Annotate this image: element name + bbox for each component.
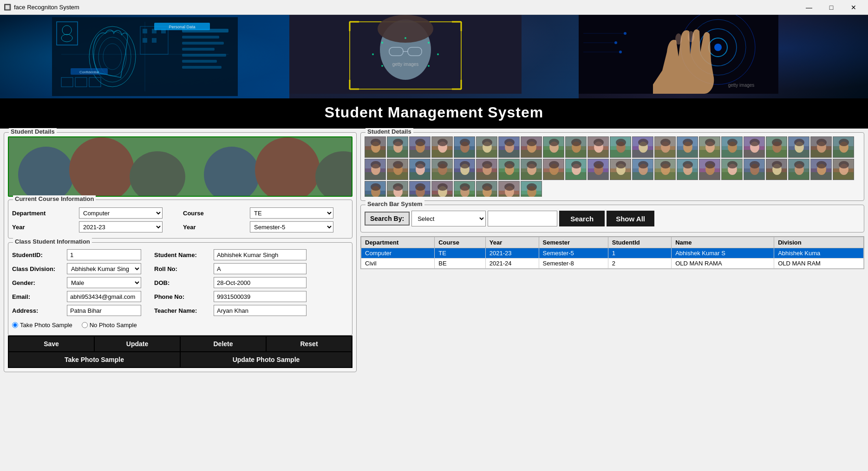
svg-rect-25 bbox=[143, 29, 147, 33]
student-table-container[interactable]: Department Course Year Semester StudentI… bbox=[360, 236, 864, 269]
show-all-button[interactable]: Show All bbox=[607, 211, 654, 226]
svg-point-68 bbox=[95, 151, 107, 165]
svg-point-40 bbox=[428, 42, 430, 44]
maximize-button[interactable]: □ bbox=[821, 1, 842, 14]
photo-thumb bbox=[788, 136, 809, 158]
student-details-section: Student Details bbox=[4, 132, 357, 372]
roll-no-input[interactable] bbox=[214, 263, 307, 274]
search-button[interactable]: Search bbox=[559, 211, 605, 226]
banner-image-right: getty images bbox=[579, 15, 868, 98]
photo-thumb bbox=[610, 136, 631, 158]
take-photo-button[interactable]: Take Photo Sample bbox=[9, 352, 180, 367]
photo-thumb bbox=[476, 181, 497, 197]
photo-thumb bbox=[454, 181, 475, 197]
svg-point-75 bbox=[288, 159, 305, 179]
student-id-input[interactable] bbox=[67, 249, 141, 260]
search-by-select[interactable]: Select Department Course Year Semester S… bbox=[411, 211, 486, 226]
svg-point-64 bbox=[289, 136, 340, 176]
svg-point-246 bbox=[616, 161, 626, 168]
photo-thumb bbox=[565, 159, 587, 180]
table-row[interactable]: ComputerTE2021-23Semester-51Abhishek Kum… bbox=[361, 248, 864, 258]
teacher-input[interactable] bbox=[214, 305, 307, 316]
svg-point-301 bbox=[371, 183, 381, 191]
svg-point-261 bbox=[683, 161, 693, 168]
no-photo-radio[interactable] bbox=[82, 322, 88, 328]
svg-point-39 bbox=[405, 37, 406, 39]
update-photo-button[interactable]: Update Photo Sample bbox=[181, 352, 352, 367]
update-button[interactable]: Update bbox=[95, 336, 180, 351]
photo-thumb bbox=[810, 159, 832, 180]
course-select[interactable]: TE BE ME bbox=[250, 207, 333, 219]
student-name-input[interactable] bbox=[214, 249, 307, 260]
svg-point-286 bbox=[794, 161, 804, 168]
table-row[interactable]: CivilBE2021-24Semester-82OLD MAN RAMAOLD… bbox=[361, 258, 864, 269]
photo-thumb bbox=[788, 159, 809, 180]
photo-thumb bbox=[409, 159, 431, 180]
dob-input[interactable] bbox=[214, 277, 307, 288]
svg-point-306 bbox=[393, 183, 403, 191]
photo-thumb bbox=[431, 136, 453, 158]
photo-thumb bbox=[699, 136, 720, 158]
department-select[interactable]: Computer Civil Mechanical bbox=[79, 207, 163, 219]
gender-label: Gender: bbox=[12, 279, 63, 286]
course-info-section: Current Course Information Department Co… bbox=[8, 200, 352, 239]
col-course: Course bbox=[435, 237, 486, 248]
delete-button[interactable]: Delete bbox=[181, 336, 266, 351]
search-bar-label: Search Bar System bbox=[365, 200, 424, 207]
svg-point-336 bbox=[527, 183, 537, 191]
svg-point-52 bbox=[688, 31, 694, 42]
svg-rect-8 bbox=[182, 36, 219, 39]
svg-text:getty images: getty images bbox=[392, 62, 419, 67]
class-division-select[interactable]: Abhishek Kumar Sing bbox=[67, 263, 141, 274]
svg-point-316 bbox=[437, 183, 448, 191]
save-button[interactable]: Save bbox=[9, 336, 94, 351]
svg-point-116 bbox=[527, 139, 537, 146]
email-input[interactable] bbox=[67, 291, 141, 302]
no-photo-radio-label[interactable]: No Photo Sample bbox=[82, 322, 137, 329]
svg-point-65 bbox=[65, 159, 82, 179]
search-input[interactable] bbox=[488, 211, 557, 226]
gender-select[interactable]: Male Female bbox=[67, 277, 141, 288]
photo-thumb bbox=[744, 136, 765, 158]
reset-button[interactable]: Reset bbox=[267, 336, 352, 351]
student-details-label: Student Details bbox=[9, 128, 57, 135]
student-photos-grid bbox=[365, 136, 860, 197]
student-name-label: Student Name: bbox=[154, 252, 210, 258]
table-body: ComputerTE2021-23Semester-51Abhishek Kum… bbox=[361, 248, 864, 269]
close-button[interactable]: ✕ bbox=[843, 1, 864, 14]
svg-point-166 bbox=[750, 139, 760, 146]
photo-thumb bbox=[677, 136, 698, 158]
right-student-details: Student Details bbox=[360, 132, 864, 201]
year-select[interactable]: 2021-23 2022-24 bbox=[79, 221, 163, 232]
photo-thumb bbox=[476, 159, 497, 180]
minimize-button[interactable]: — bbox=[798, 1, 820, 14]
photo-thumb bbox=[587, 136, 609, 158]
photo-thumb bbox=[766, 136, 787, 158]
svg-rect-29 bbox=[152, 38, 157, 43]
photo-thumb bbox=[521, 159, 542, 180]
semester-select[interactable]: Semester-5 Semester-6 Semester-7 Semeste… bbox=[250, 221, 333, 232]
svg-point-43 bbox=[381, 65, 383, 67]
svg-point-111 bbox=[504, 139, 515, 146]
student-info-label: Class Student Information bbox=[13, 238, 92, 245]
class-div-label: Class Division: bbox=[12, 265, 63, 272]
svg-rect-28 bbox=[143, 38, 147, 43]
col-semester: Semester bbox=[539, 237, 608, 248]
banner-image-left: Personal Data Confidential bbox=[0, 15, 289, 98]
svg-rect-62 bbox=[9, 174, 352, 197]
photo-thumb bbox=[431, 159, 453, 180]
take-photo-radio-label[interactable]: Take Photo Sample bbox=[12, 322, 72, 329]
photo-thumb bbox=[587, 159, 609, 180]
svg-point-71 bbox=[193, 156, 214, 180]
student-photo bbox=[8, 136, 352, 197]
phone-input[interactable] bbox=[214, 291, 307, 302]
svg-point-59 bbox=[619, 51, 622, 53]
svg-rect-10 bbox=[182, 48, 215, 51]
address-input[interactable] bbox=[67, 305, 141, 316]
take-photo-radio[interactable] bbox=[12, 322, 18, 328]
title-bar-left: 🔲 face Recogniton System bbox=[4, 4, 79, 11]
photo-thumb bbox=[766, 159, 787, 180]
svg-point-296 bbox=[839, 161, 849, 168]
course-label: Course bbox=[183, 210, 244, 217]
svg-point-181 bbox=[816, 139, 827, 146]
